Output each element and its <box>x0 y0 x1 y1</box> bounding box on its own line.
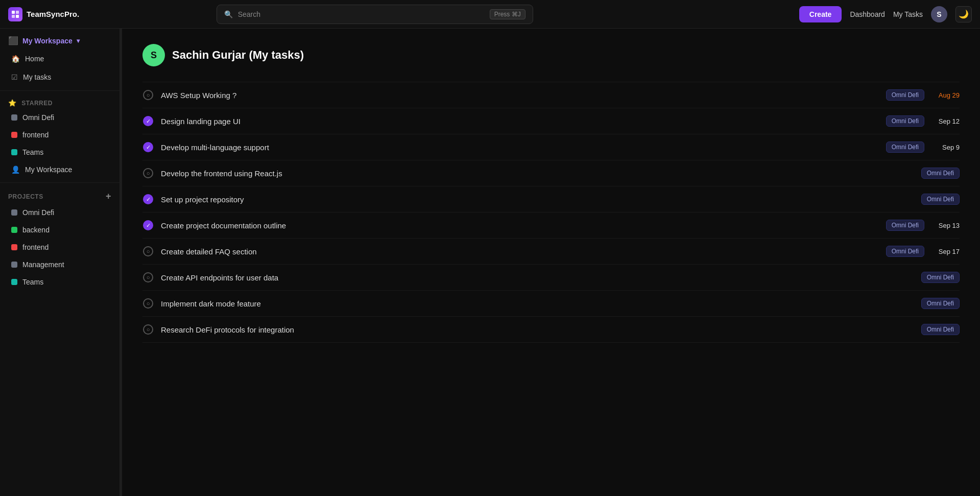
dark-mode-button[interactable]: 🌙 <box>955 6 972 22</box>
workspace-title-btn[interactable]: ⬛ My Workspace ▾ <box>8 36 80 45</box>
dashboard-link[interactable]: Dashboard <box>850 10 885 18</box>
project-dot-teams <box>11 279 17 285</box>
app-logo[interactable]: TeamSyncPro. <box>8 7 79 21</box>
task-name-2: Develop multi-language support <box>161 143 879 152</box>
starred-teams-label: Teams <box>22 148 43 156</box>
task-check-1[interactable]: ✓ <box>142 115 154 127</box>
task-done-icon: ✓ <box>143 116 153 126</box>
task-check-4[interactable]: ✓ <box>142 194 154 205</box>
sidebar: ⬛ My Workspace ▾ 🏠 Home ☑ My tasks ⭐ Sta… <box>0 29 120 496</box>
starred-item-frontend[interactable]: frontend <box>3 127 116 143</box>
task-done-icon: ✓ <box>143 142 153 152</box>
workspace-label: My Workspace <box>22 37 73 45</box>
my-tasks-link[interactable]: My Tasks <box>893 10 923 18</box>
task-name-4: Set up project repository <box>161 195 914 204</box>
navbar-actions: Create Dashboard My Tasks S 🌙 <box>799 6 972 22</box>
sidebar-item-home[interactable]: 🏠 Home <box>3 50 116 67</box>
project-dot-omni-defi <box>11 209 17 216</box>
task-tag-7: Omni Defi <box>921 272 960 283</box>
task-name-3: Develop the frontend using React.js <box>161 169 914 178</box>
task-check-9[interactable]: ○ <box>142 324 154 335</box>
search-icon: 🔍 <box>224 10 233 18</box>
task-row[interactable]: ✓ Design landing page UI Omni Defi Sep 1… <box>142 108 960 134</box>
page-title: Sachin Gurjar (My tasks) <box>172 49 304 62</box>
task-tag-0: Omni Defi <box>886 89 924 101</box>
starred-label-text: ⭐ Starred <box>8 99 53 107</box>
task-done-icon: ✓ <box>143 194 153 204</box>
sidebar-divider-2 <box>0 182 119 183</box>
project-backend-label: backend <box>22 226 50 234</box>
task-name-6: Create detailed FAQ section <box>161 247 879 256</box>
task-check-7[interactable]: ○ <box>142 272 154 283</box>
app-name: TeamSyncPro. <box>27 10 79 18</box>
task-row[interactable]: ○ Implement dark mode feature Omni Defi <box>142 291 960 317</box>
task-name-5: Create project documentation outline <box>161 221 879 230</box>
task-check-6[interactable]: ○ <box>142 246 154 257</box>
task-name-0: AWS Setup Working ? <box>161 91 879 100</box>
task-name-7: Create API endpoints for user data <box>161 273 914 282</box>
user-avatar: S <box>142 44 165 66</box>
task-date-2: Sep 9 <box>931 144 960 151</box>
create-button[interactable]: Create <box>799 6 842 22</box>
projects-section-label: Projects + <box>0 187 119 204</box>
task-tag-8: Omni Defi <box>921 298 960 309</box>
tasks-icon: ☑ <box>11 73 18 81</box>
task-check-5[interactable]: ✓ <box>142 220 154 231</box>
sidebar-my-tasks-label: My tasks <box>23 73 51 81</box>
task-row[interactable]: ○ Create detailed FAQ section Omni Defi … <box>142 239 960 265</box>
starred-item-my-workspace[interactable]: 👤 My Workspace <box>3 161 116 178</box>
main-layout: ⬛ My Workspace ▾ 🏠 Home ☑ My tasks ⭐ Sta… <box>0 29 980 496</box>
home-icon: 🏠 <box>11 55 20 63</box>
starred-item-teams[interactable]: Teams <box>3 144 116 160</box>
task-row[interactable]: ○ Research DeFi protocols for integratio… <box>142 317 960 343</box>
main-content: S Sachin Gurjar (My tasks) ○ AWS Setup W… <box>122 29 980 496</box>
starred-dot-frontend <box>11 132 17 138</box>
project-dot-backend <box>11 227 17 233</box>
task-row[interactable]: ○ AWS Setup Working ? Omni Defi Aug 29 <box>142 82 960 108</box>
task-check-2[interactable]: ✓ <box>142 141 154 153</box>
project-item-management[interactable]: Management <box>3 256 116 273</box>
search-box[interactable]: 🔍 Search Press ⌘J <box>217 5 533 24</box>
task-clock-icon: ○ <box>143 90 153 100</box>
sidebar-item-my-tasks[interactable]: ☑ My tasks <box>3 68 116 86</box>
add-project-button[interactable]: + <box>106 191 111 202</box>
starred-section-label: ⭐ Starred <box>0 95 119 109</box>
task-check-8[interactable]: ○ <box>142 298 154 309</box>
task-row[interactable]: ○ Develop the frontend using React.js Om… <box>142 160 960 186</box>
task-clock-icon: ○ <box>143 168 153 178</box>
avatar[interactable]: S <box>931 6 947 22</box>
project-dot-management <box>11 262 17 268</box>
task-name-9: Research DeFi protocols for integration <box>161 325 914 334</box>
task-list: ○ AWS Setup Working ? Omni Defi Aug 29 ✓… <box>142 82 960 343</box>
project-item-backend[interactable]: backend <box>3 222 116 238</box>
task-name-8: Implement dark mode feature <box>161 299 914 308</box>
project-item-frontend[interactable]: frontend <box>3 239 116 255</box>
workspace-icon: ⬛ <box>8 36 18 45</box>
starred-omni-defi-label: Omni Defi <box>22 113 54 122</box>
project-omni-defi-label: Omni Defi <box>22 208 54 217</box>
task-row[interactable]: ○ Create API endpoints for user data Omn… <box>142 265 960 291</box>
project-item-omni-defi[interactable]: Omni Defi <box>3 204 116 221</box>
task-done-icon: ✓ <box>143 220 153 230</box>
svg-rect-1 <box>16 11 19 14</box>
task-check-3[interactable]: ○ <box>142 168 154 179</box>
svg-rect-2 <box>12 15 15 18</box>
task-date-6: Sep 17 <box>931 248 960 255</box>
task-row[interactable]: ✓ Create project documentation outline O… <box>142 212 960 239</box>
starred-item-omni-defi[interactable]: Omni Defi <box>3 109 116 126</box>
page-header: S Sachin Gurjar (My tasks) <box>142 44 960 66</box>
task-tag-9: Omni Defi <box>921 324 960 335</box>
task-row[interactable]: ✓ Develop multi-language support Omni De… <box>142 134 960 160</box>
project-frontend-label: frontend <box>22 243 49 251</box>
task-date-1: Sep 12 <box>931 117 960 125</box>
workspace-header: ⬛ My Workspace ▾ <box>0 29 119 50</box>
starred-my-workspace-label: My Workspace <box>25 166 72 174</box>
task-row[interactable]: ✓ Set up project repository Omni Defi <box>142 186 960 212</box>
project-item-teams[interactable]: Teams <box>3 274 116 290</box>
sidebar-home-label: Home <box>25 55 44 63</box>
sidebar-divider-1 <box>0 90 119 91</box>
search-shortcut: Press ⌘J <box>490 9 525 19</box>
svg-rect-0 <box>12 11 15 14</box>
task-check-0[interactable]: ○ <box>142 89 154 101</box>
logo-icon <box>8 7 22 21</box>
